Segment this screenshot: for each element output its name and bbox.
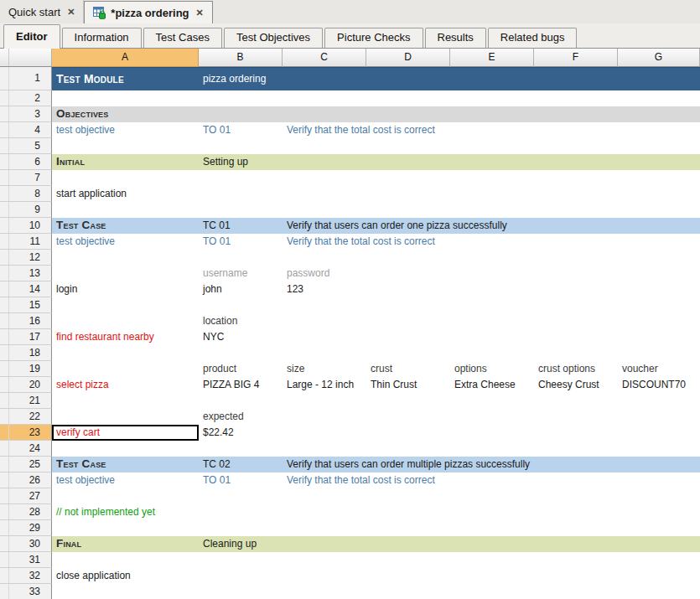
tab-test-cases[interactable]: Test Cases — [143, 28, 222, 48]
cell-B6[interactable]: Setting up — [199, 154, 248, 170]
column-header-E[interactable]: E — [450, 49, 534, 67]
grid-corner-cell[interactable] — [0, 49, 52, 67]
column-header-A[interactable]: A — [52, 49, 199, 67]
cell-B25[interactable]: TC 02 — [199, 457, 231, 472]
row-header-28[interactable]: 28 — [0, 504, 52, 520]
cell-B10[interactable]: TC 01 — [199, 218, 231, 234]
tab-information[interactable]: Information — [62, 28, 142, 48]
cell-B30[interactable]: Cleaning up — [199, 536, 257, 552]
close-icon[interactable]: ✕ — [67, 7, 75, 18]
tab-related-bugs[interactable]: Related bugs — [488, 28, 578, 48]
cell-C4[interactable]: Verify that the total cost is correct — [283, 122, 435, 138]
cell-A17[interactable]: find restaurant nearby — [52, 329, 199, 345]
column-header-F[interactable]: F — [534, 49, 618, 67]
row-header-9[interactable]: 9 — [0, 202, 52, 218]
row-header-23[interactable]: 23 — [0, 425, 52, 441]
row-header-32[interactable]: 32 — [0, 568, 52, 584]
cell-C25[interactable]: Verify that users can order multiple piz… — [283, 457, 530, 472]
cell-A23[interactable]: verify cart — [52, 425, 199, 441]
row-header-5[interactable]: 5 — [0, 138, 52, 154]
doc-tab-quick-start[interactable]: Quick start ✕ — [0, 0, 84, 23]
cell-A32[interactable]: close application — [52, 568, 199, 584]
row-header-14[interactable]: 14 — [0, 281, 52, 297]
cell-C26[interactable]: Verify that the total cost is correct — [283, 472, 435, 488]
cell-B14[interactable]: john — [199, 281, 222, 297]
close-icon[interactable]: ✕ — [196, 8, 204, 18]
cell-B23[interactable]: $22.42 — [199, 425, 234, 441]
cell-G20[interactable]: DISCOUNT70 — [618, 377, 686, 393]
row-header-25[interactable]: 25 — [0, 457, 52, 472]
row-header-6[interactable]: 6 — [0, 154, 52, 170]
row-header-27[interactable]: 27 — [0, 488, 52, 504]
cell-G19[interactable]: voucher — [618, 361, 658, 377]
row-header-33[interactable]: 33 — [0, 584, 52, 599]
cell-A30[interactable]: Final — [52, 536, 199, 552]
cell-C10[interactable]: Verify that users can order one pizza su… — [283, 218, 507, 234]
row-header-8[interactable]: 8 — [0, 186, 52, 202]
cell-A8[interactable]: start application — [52, 186, 199, 202]
cell-F19[interactable]: crust options — [534, 361, 595, 377]
cell-F20[interactable]: Cheesy Crust — [534, 377, 599, 393]
cell-C19[interactable]: size — [283, 361, 304, 377]
cell-B4[interactable]: TO 01 — [199, 122, 231, 138]
cell-B26[interactable]: TO 01 — [199, 472, 231, 488]
cell-A3[interactable]: Objectives — [52, 106, 199, 122]
cell-A1[interactable]: Test Module — [52, 68, 199, 90]
row-header-12[interactable]: 12 — [0, 250, 52, 266]
cell-E20[interactable]: Extra Cheese — [450, 377, 516, 393]
row-header-15[interactable]: 15 — [0, 297, 52, 313]
cell-C14[interactable]: 123 — [283, 281, 303, 297]
cell-B22[interactable]: expected — [199, 409, 244, 425]
cell-C20[interactable]: Large - 12 inch — [283, 377, 354, 393]
row-header-26[interactable]: 26 — [0, 472, 52, 488]
cell-A28[interactable]: // not implemented yet — [52, 504, 199, 520]
row-header-4[interactable]: 4 — [0, 122, 52, 138]
row-header-3[interactable]: 3 — [0, 106, 52, 122]
cell-B1[interactable]: pizza ordering — [199, 68, 266, 90]
cell-A14[interactable]: login — [52, 281, 199, 297]
cell-A25[interactable]: Test Case — [52, 457, 199, 472]
row-header-13[interactable]: 13 — [0, 266, 52, 281]
cell-B11[interactable]: TO 01 — [199, 234, 231, 250]
row-header-10[interactable]: 10 — [0, 218, 52, 234]
row-header-2[interactable]: 2 — [0, 90, 52, 106]
row-header-31[interactable]: 31 — [0, 552, 52, 568]
column-header-D[interactable]: D — [366, 49, 450, 67]
row-header-21[interactable]: 21 — [0, 393, 52, 409]
cell-D19[interactable]: crust — [366, 361, 392, 377]
column-header-B[interactable]: B — [199, 49, 283, 67]
cell-A20[interactable]: select pizza — [52, 377, 199, 393]
cell-A4[interactable]: test objective — [52, 122, 199, 138]
tab-editor[interactable]: Editor — [3, 24, 60, 49]
cell-B16[interactable]: location — [199, 313, 237, 329]
cell-B20[interactable]: PIZZA BIG 4 — [199, 377, 259, 393]
doc-tab-pizza-ordering[interactable]: *pizza ordering ✕ — [84, 1, 212, 23]
cell-A11[interactable]: test objective — [52, 234, 199, 250]
row-header-11[interactable]: 11 — [0, 234, 52, 250]
row-header-17[interactable]: 17 — [0, 329, 52, 345]
cell-C13[interactable]: password — [283, 266, 329, 281]
column-header-G[interactable]: G — [618, 49, 700, 67]
column-header-C[interactable]: C — [283, 49, 366, 67]
row-header-16[interactable]: 16 — [0, 313, 52, 329]
row-header-7[interactable]: 7 — [0, 170, 52, 186]
tab-results[interactable]: Results — [425, 28, 486, 48]
cell-B17[interactable]: NYC — [199, 329, 224, 345]
row-header-1[interactable]: 1 — [0, 67, 52, 90]
cell-C11[interactable]: Verify that the total cost is correct — [283, 234, 435, 250]
row-header-29[interactable]: 29 — [0, 520, 52, 536]
tab-picture-checks[interactable]: Picture Checks — [324, 28, 423, 48]
cell-B19[interactable]: product — [199, 361, 236, 377]
cell-B13[interactable]: username — [199, 266, 247, 281]
row-header-20[interactable]: 20 — [0, 377, 52, 393]
row-header-30[interactable]: 30 — [0, 536, 52, 552]
cell-A6[interactable]: Initial — [52, 154, 199, 170]
cell-A10[interactable]: Test Case — [52, 218, 199, 234]
row-header-19[interactable]: 19 — [0, 361, 52, 377]
cell-A26[interactable]: test objective — [52, 472, 199, 488]
cell-D20[interactable]: Thin Crust — [366, 377, 417, 393]
row-header-22[interactable]: 22 — [0, 409, 52, 425]
tab-test-objectives[interactable]: Test Objectives — [224, 28, 323, 48]
cell-E19[interactable]: options — [450, 361, 487, 377]
row-header-18[interactable]: 18 — [0, 345, 52, 361]
